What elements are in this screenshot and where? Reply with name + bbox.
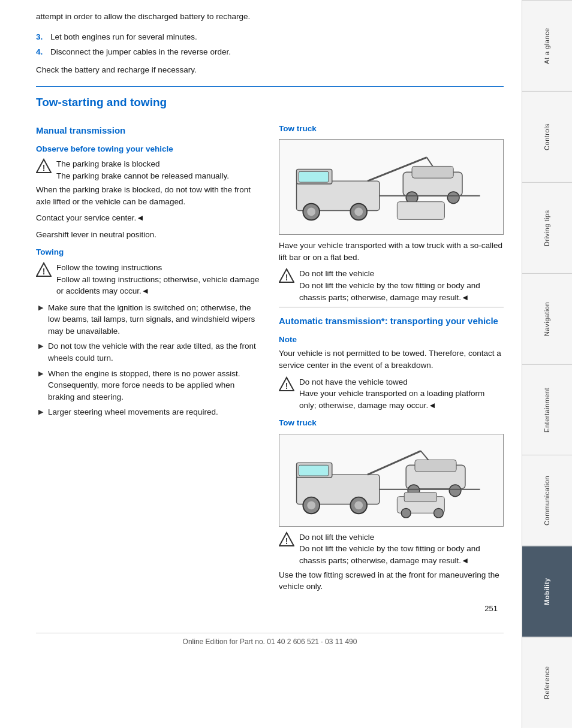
footer: Online Edition for Part no. 01 40 2 606 …: [36, 633, 504, 647]
step-text: Let both engines run for several minutes…: [50, 31, 197, 43]
right-column: Tow truck: [279, 117, 504, 597]
tow-warn2: Follow all towing instructions; otherwis…: [56, 274, 261, 297]
list-item: ▶ Larger steering wheel movements are re…: [36, 406, 261, 418]
check-para: Check the battery and recharge if necess…: [36, 64, 504, 76]
warning-dont-lift-2: ! Do not lift the vehicle Do not lift th…: [279, 531, 504, 567]
sidebar-tab-navigation[interactable]: Navigation: [522, 273, 572, 364]
list-item: ▶ Do not tow the vehicle with the rear a…: [36, 340, 261, 364]
tow-warn1: Follow the towing instructions: [56, 262, 261, 274]
left-column: Manual transmission Observe before towin…: [36, 117, 261, 597]
sidebar-tab-controls[interactable]: Controls: [522, 91, 572, 182]
svg-text:!: !: [285, 536, 288, 546]
svg-rect-15: [412, 167, 453, 179]
section-main-title: Tow-starting and towing: [36, 86, 504, 111]
tow-truck-title-1: Tow truck: [279, 123, 504, 135]
svg-point-42: [434, 508, 444, 518]
gearshift-para: Gearshift lever in neutral position.: [36, 229, 261, 241]
bullet-text: Make sure that the ignition is switched …: [48, 302, 261, 337]
svg-rect-26: [299, 465, 329, 476]
step-num: 4.: [36, 46, 46, 58]
manual-trans-title: Manual transmission: [36, 124, 261, 137]
warning-icon-lift2: !: [279, 531, 294, 547]
sidebar-tab-communication[interactable]: Communication: [522, 455, 572, 546]
note-label: Note: [279, 334, 504, 346]
triangle-bullet: ▶: [38, 303, 43, 337]
svg-text:!: !: [285, 381, 288, 391]
sidebar-tab-mobility[interactable]: Mobility: [522, 546, 572, 637]
dont-lift-text-2: Do not lift the vehicle Do not lift the …: [299, 531, 504, 567]
triangle-bullet: ▶: [38, 407, 43, 418]
list-item: 4. Disconnect the jumper cables in the r…: [36, 46, 504, 58]
warning-icon: !: [36, 158, 52, 174]
svg-rect-40: [404, 493, 436, 502]
page-number: 251: [36, 603, 504, 615]
lift2-warn-line1: Do not lift the vehicle: [299, 531, 504, 543]
svg-point-10: [354, 208, 363, 216]
page-wrapper: attempt in order to allow the discharged…: [0, 0, 572, 728]
lift-warn-line1: Do not lift the vehicle: [299, 268, 504, 280]
tow-truck-desc-1: Have your vehicle transported with a tow…: [279, 240, 504, 263]
observe-title: Observe before towing your vehicle: [36, 143, 261, 155]
list-item: ▶ When the engine is stopped, there is n…: [36, 368, 261, 403]
sidebar-tab-reference[interactable]: Reference: [522, 637, 572, 728]
svg-rect-6: [299, 172, 328, 183]
triangle-bullet: ▶: [38, 342, 43, 364]
auto-trans-title: Automatic transmission*: transporting yo…: [279, 315, 504, 328]
warning-dont-lift-1: ! Do not lift the vehicle Do not lift th…: [279, 268, 504, 303]
parking-brake-para: When the parking brake is blocked, do no…: [36, 184, 261, 207]
svg-point-41: [401, 508, 411, 518]
warn-line2: The parking brake cannot be released man…: [56, 170, 261, 182]
svg-rect-19: [397, 202, 444, 220]
dont-lift-text-1: Do not lift the vehicle Do not lift the …: [299, 268, 504, 303]
warning-auto-tow: ! Do not have the vehicle towed Have you…: [279, 376, 504, 412]
triangle-bullet: ▶: [38, 369, 43, 403]
warning-parking-brake: ! The parking brake is blocked The parki…: [36, 158, 261, 182]
warning-icon-auto: !: [279, 376, 294, 392]
svg-point-8: [307, 208, 315, 216]
auto-tow-text: Do not have the vehicle towed Have your …: [299, 376, 504, 412]
towing-warning-text: Follow the towing instructions Follow al…: [56, 262, 261, 297]
warning-text: The parking brake is blocked The parking…: [56, 158, 261, 182]
list-item: ▶ Make sure that the ignition is switche…: [36, 302, 261, 337]
warn-line1: The parking brake is blocked: [56, 158, 261, 170]
bullet-text: Larger steering wheel movements are requ…: [48, 406, 218, 418]
svg-point-28: [307, 501, 315, 509]
lift-warn-line2: Do not lift the vehicle by the tow fitti…: [299, 280, 504, 303]
tow-use-para: Use the tow fitting screwed in at the fr…: [279, 569, 504, 593]
svg-point-17: [447, 192, 459, 204]
auto-warn-line2: Have your vehicle transported on a loadi…: [299, 388, 504, 411]
bullet-list: ▶ Make sure that the ignition is switche…: [36, 302, 261, 418]
main-content: attempt in order to allow the discharged…: [0, 0, 522, 728]
sidebar-tab-driving-tips[interactable]: Driving tips: [522, 182, 572, 273]
two-column-layout: Manual transmission Observe before towin…: [36, 117, 504, 597]
svg-text:!: !: [43, 267, 46, 276]
svg-point-30: [354, 501, 363, 509]
note-text: Your vehicle is not permitted to be towe…: [279, 348, 504, 371]
intro-section: attempt in order to allow the discharged…: [36, 11, 504, 75]
sidebar: At a glance Controls Driving tips Naviga…: [522, 0, 572, 728]
bullet-text: Do not tow the vehicle with the rear axl…: [48, 340, 261, 364]
tow-truck-title-2: Tow truck: [279, 417, 504, 429]
svg-text:!: !: [285, 273, 288, 282]
warning-icon-lift1: !: [279, 268, 294, 283]
divider: [279, 307, 504, 307]
tow-truck-image-1: [279, 139, 504, 235]
towing-title: Towing: [36, 246, 261, 258]
sidebar-tab-entertainment[interactable]: Entertainment: [522, 364, 572, 455]
warning-towing: ! Follow the towing instructions Follow …: [36, 262, 261, 297]
contact-para: Contact your service center.◄: [36, 212, 261, 224]
numbered-list: 3. Let both engines run for several minu…: [36, 31, 504, 58]
svg-rect-35: [415, 460, 456, 472]
page-num-text: 251: [484, 604, 498, 613]
sidebar-tab-at-a-glance[interactable]: At a glance: [522, 0, 572, 91]
auto-warn-line1: Do not have the vehicle towed: [299, 376, 504, 388]
footer-text: Online Edition for Part no. 01 40 2 606 …: [183, 638, 357, 646]
step-num: 3.: [36, 31, 46, 43]
lift2-warn-line2: Do not lift the vehicle by the tow fitti…: [299, 543, 504, 566]
tow-truck-image-2: [279, 434, 504, 527]
svg-text:!: !: [43, 163, 46, 173]
step-text: Disconnect the jumper cables in the reve…: [50, 46, 231, 58]
intro-para: attempt in order to allow the discharged…: [36, 11, 504, 23]
svg-point-37: [449, 485, 461, 497]
list-item: 3. Let both engines run for several minu…: [36, 31, 504, 43]
